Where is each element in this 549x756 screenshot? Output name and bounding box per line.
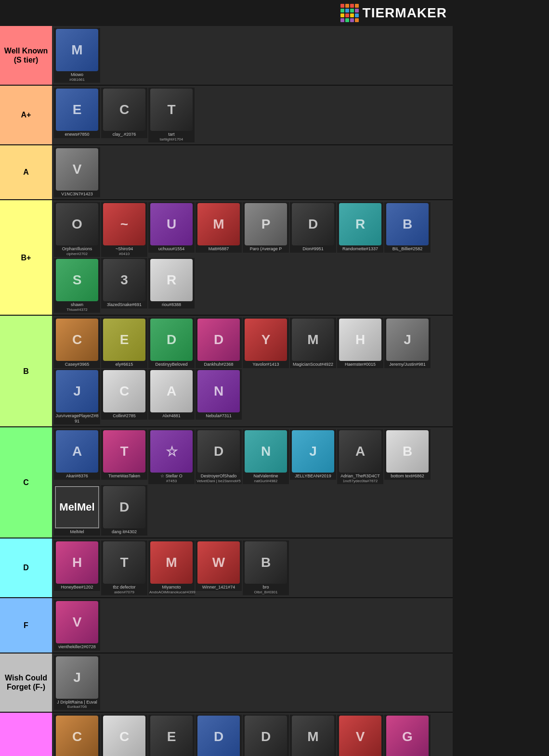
list-item[interactable]: J J DriplitRaina | Euval Eurika#706 (54, 655, 100, 710)
header: TiERMAkER (0, 0, 453, 26)
list-item[interactable]: R riou#8388 (148, 258, 195, 308)
list-item[interactable]: T tbz defector aiden#7079 (101, 540, 147, 595)
list-item[interactable]: J Jeremy/Justin#981 (384, 318, 431, 368)
usertag: 1no57ydec0ta#7672 (338, 479, 382, 483)
avatar: E (56, 89, 98, 131)
avatar: D (197, 716, 240, 756)
list-item[interactable]: E ely#6615 (101, 318, 147, 368)
list-item[interactable]: U uchuuu#1554 (148, 202, 195, 253)
username: Nebula#7311 (196, 413, 241, 419)
list-item[interactable]: M Miowo #0B1661 (54, 28, 100, 83)
list-item[interactable]: T TixmeWasTaken (101, 429, 147, 480)
avatar: Y (245, 319, 287, 361)
tier-label-forget: Wish CouldForget (F-) (0, 653, 52, 712)
tier-label-s: Well Known(S tier) (0, 26, 52, 85)
username: MagicianScout#4922 (291, 362, 335, 367)
avatar: H (339, 319, 381, 361)
avatar: U (150, 203, 193, 245)
avatar: V (56, 148, 98, 191)
list-item[interactable]: V vienthekiller2#0728 (54, 600, 100, 651)
list-item[interactable]: D Dion#9951 (290, 202, 336, 253)
tier-label-idk: I don't knowthis person at all. (0, 713, 52, 756)
list-item[interactable]: A Alx#4881 (148, 369, 195, 420)
tier-row-forget: Wish CouldForget (F-) J J DriplitRaina |… (0, 653, 453, 713)
list-item[interactable]: H HoneyBee#1202 (54, 540, 100, 591)
avatar: B (245, 541, 287, 584)
avatar: V (56, 601, 98, 643)
list-item[interactable]: B bottom text#6862 (384, 429, 431, 480)
list-item[interactable]: J JunAveragePlayerZ#891 (54, 369, 100, 425)
list-item[interactable]: A Akari#8376 (54, 429, 100, 480)
tier-label-a: A (0, 145, 52, 200)
avatar: ☆ (150, 430, 193, 473)
list-item[interactable]: D doOrmat#0001 (243, 715, 289, 756)
list-item[interactable]: J JELLYBEAN#2019 (290, 429, 336, 480)
usertag: aiden#7079 (102, 590, 146, 594)
avatar: A (150, 370, 193, 412)
list-item[interactable]: D Dankhuh#2368 (196, 318, 242, 368)
list-item[interactable]: M MagicianScout#4922 (290, 318, 336, 368)
username: enews#7850 (55, 132, 99, 137)
list-item[interactable]: D DestroyerOfShado VelvetDani | be23anno… (196, 429, 242, 484)
username: Casey#3965 (55, 362, 99, 367)
username: shawn (55, 302, 99, 308)
username: riou#8388 (149, 302, 194, 308)
username: Matt#6887 (196, 246, 241, 252)
list-item[interactable]: O OrphanIllusions cipher#2702 (54, 202, 100, 257)
list-item[interactable]: M Matt#6887 (196, 202, 242, 253)
list-item[interactable]: H Haemster#0015 (337, 318, 383, 368)
list-item[interactable]: V volf_thatgotbanned (337, 715, 383, 756)
list-item[interactable]: T tart tartlight#1704 (148, 88, 195, 142)
list-item[interactable]: B bro Olbri_B#0301 (243, 540, 289, 595)
list-item[interactable]: C Copper Copper05•15•Yanota (54, 715, 100, 756)
list-item[interactable]: C Collin#2785 (101, 369, 147, 420)
username: dang it#4302 (102, 529, 146, 535)
username: Randomette#1337 (338, 246, 382, 252)
username: DestroyerOfShado (196, 474, 241, 479)
tier-content-b: C Casey#3965 E ely#6615 D DestinyyBelove… (52, 316, 453, 426)
list-item[interactable]: V V1NC3N7#1423 (54, 147, 100, 198)
usertag: VelvetDani | be23annot#5 (196, 479, 241, 483)
list-item[interactable]: ☆ ☆ Stellar O #7453 (148, 429, 195, 484)
list-item[interactable]: 3 3lazedSnake#691 (101, 258, 147, 308)
tier-label-text-aplus: A+ (21, 110, 31, 119)
list-item[interactable]: C Casey#3965 (54, 318, 100, 368)
username: J DriplitRaina | Euval (55, 700, 99, 705)
list-item[interactable]: M Mrdestroyer649 1no57ydec0ta#7672 (290, 715, 336, 756)
username: bro (244, 585, 288, 590)
tier-label-aplus: A+ (0, 86, 52, 144)
list-item[interactable]: W Winner_1421#74 (196, 540, 242, 591)
list-item[interactable]: D dull.png#3218 (196, 715, 242, 756)
username: tart (149, 132, 194, 137)
list-item[interactable]: G GlazedLamise o Rylidiysum#8768 (384, 715, 431, 756)
list-item[interactable]: S shawn Thiuw#4372 (54, 258, 100, 313)
list-item[interactable]: N NatValentine natGurl#4982 (243, 429, 289, 484)
avatar: H (56, 541, 98, 584)
username: Miowo (55, 72, 99, 77)
list-item[interactable]: D DestinyyBeloved (148, 318, 195, 368)
list-item[interactable]: M Miyamoto AndoAOiMiranokuca#4399 (148, 540, 195, 595)
list-item[interactable]: ~ ~Shiro94 #0410 (101, 202, 147, 257)
list-item[interactable]: B BIL_Billie#2582 (384, 202, 431, 253)
tier-label-c: C (0, 427, 52, 538)
tier-content-c: A Akari#8376 T TixmeWasTaken ☆ ☆ Stellar… (52, 427, 453, 538)
avatar: M (292, 319, 334, 361)
avatar: M (150, 541, 193, 584)
username: Yavolor#1413 (244, 362, 288, 367)
tier-label-text-s: Well Known(S tier) (4, 46, 48, 64)
list-item[interactable]: A Adrian_TheR3D4CT 1no57ydec0ta#7672 (337, 429, 383, 484)
list-item[interactable]: E Emma_chatty/ (148, 715, 195, 756)
avatar: J (56, 370, 98, 412)
list-item[interactable]: MelMel MelMel (54, 485, 100, 536)
list-item[interactable]: E enews#7850 (54, 88, 100, 138)
list-item[interactable]: C clay_.#2076 (101, 88, 147, 138)
avatar: B (386, 430, 429, 473)
list-item[interactable]: P Paro (Average P (243, 202, 289, 253)
avatar: N (197, 370, 240, 412)
list-item[interactable]: D dang it#4302 (101, 485, 147, 536)
list-item[interactable]: R Randomette#1337 (337, 202, 383, 253)
list-item[interactable]: N Nebula#7311 (196, 369, 242, 420)
list-item[interactable]: Y Yavolor#1413 (243, 318, 289, 368)
list-item[interactable]: C ComDude#6496 (101, 715, 147, 756)
avatar: A (56, 430, 98, 473)
